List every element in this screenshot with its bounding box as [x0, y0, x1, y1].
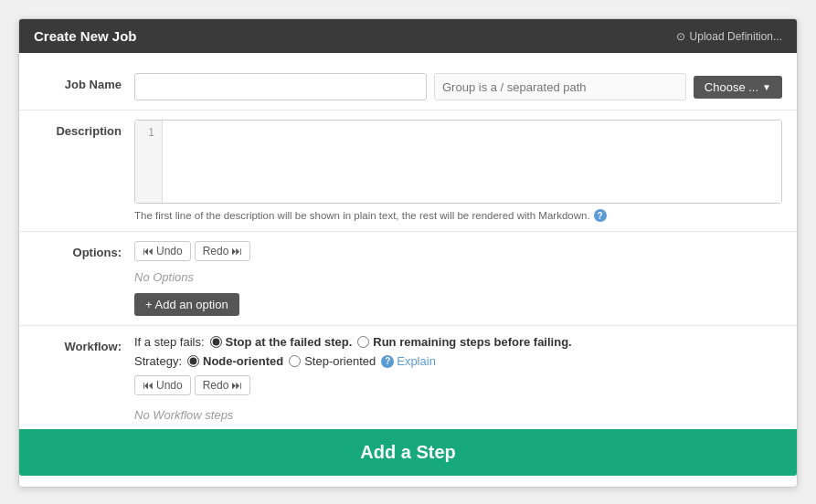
workflow-undo-redo-bar: ⏮ Undo Redo ⏭: [134, 375, 782, 395]
no-steps-text: No Workflow steps: [134, 403, 782, 425]
job-name-content: Choose ... ▼: [134, 73, 782, 100]
workflow-undo-start-icon: ⏮: [143, 379, 154, 392]
markdown-help-icon[interactable]: ?: [594, 209, 607, 222]
description-row: Description 1 The first line of the desc…: [19, 110, 797, 232]
options-undo-button[interactable]: ⏮ Undo: [134, 241, 191, 261]
group-path-input[interactable]: [434, 73, 686, 100]
workflow-redo-button[interactable]: Redo ⏭: [195, 375, 251, 395]
description-content: 1 The first line of the description will…: [134, 120, 782, 222]
redo-end-icon: ⏭: [231, 245, 242, 257]
options-label: Options:: [34, 241, 134, 259]
window-title: Create New Job: [34, 28, 137, 44]
workflow-redo-end-icon: ⏭: [231, 379, 242, 392]
add-step-banner[interactable]: Add a Step: [19, 429, 797, 476]
explain-link[interactable]: ? Explain: [381, 354, 436, 368]
upload-definition-button[interactable]: ⊙ Upload Definition...: [676, 30, 782, 43]
options-row: Options: ⏮ Undo Redo ⏭ No Options + Add …: [19, 232, 797, 326]
line-numbers: 1: [135, 121, 163, 203]
stop-at-failed-radio[interactable]: [210, 336, 222, 348]
undo-start-icon: ⏮: [143, 245, 154, 257]
job-name-label: Job Name: [34, 73, 134, 91]
step-oriented-label[interactable]: Step-oriented: [289, 354, 376, 368]
form-body: Job Name Choose ... ▼ Description 1: [19, 53, 797, 487]
workflow-row: Workflow: If a step fails: Stop at the f…: [19, 326, 797, 425]
description-label: Description: [34, 120, 134, 138]
stop-at-failed-label[interactable]: Stop at the failed step.: [210, 335, 353, 349]
run-remaining-label[interactable]: Run remaining steps before failing.: [357, 335, 571, 349]
description-hint: The first line of the description will b…: [134, 209, 782, 222]
job-name-input[interactable]: [134, 73, 427, 100]
create-new-job-window: Create New Job ⊙ Upload Definition... Jo…: [18, 18, 798, 488]
choose-button[interactable]: Choose ... ▼: [694, 76, 782, 99]
run-remaining-radio[interactable]: [357, 336, 369, 348]
workflow-undo-button[interactable]: ⏮ Undo: [134, 375, 191, 395]
fail-step-prefix: If a step fails:: [134, 335, 205, 349]
fail-step-row: If a step fails: Stop at the failed step…: [134, 335, 782, 349]
chevron-down-icon: ▼: [762, 82, 771, 92]
job-name-row: Job Name Choose ... ▼: [19, 64, 797, 110]
no-options-text: No Options: [134, 268, 782, 286]
workflow-label: Workflow:: [34, 335, 134, 353]
add-option-button[interactable]: + Add an option: [134, 293, 239, 316]
description-editor: 1: [134, 120, 782, 204]
title-bar: Create New Job ⊙ Upload Definition...: [19, 19, 797, 53]
options-redo-button[interactable]: Redo ⏭: [195, 241, 251, 261]
upload-icon: ⊙: [676, 30, 685, 43]
description-textarea[interactable]: [163, 121, 781, 203]
workflow-content: If a step fails: Stop at the failed step…: [134, 335, 782, 425]
step-oriented-radio[interactable]: [289, 355, 301, 367]
options-undo-redo-bar: ⏮ Undo Redo ⏭: [134, 241, 782, 261]
job-name-fields: Choose ... ▼: [134, 73, 782, 100]
strategy-row: Strategy: Node-oriented Step-oriented ? …: [134, 354, 782, 368]
strategy-prefix: Strategy:: [134, 354, 182, 368]
node-oriented-label[interactable]: Node-oriented: [187, 354, 283, 368]
node-oriented-radio[interactable]: [187, 355, 199, 367]
options-content: ⏮ Undo Redo ⏭ No Options + Add an option: [134, 241, 782, 316]
explain-icon: ?: [381, 355, 394, 368]
